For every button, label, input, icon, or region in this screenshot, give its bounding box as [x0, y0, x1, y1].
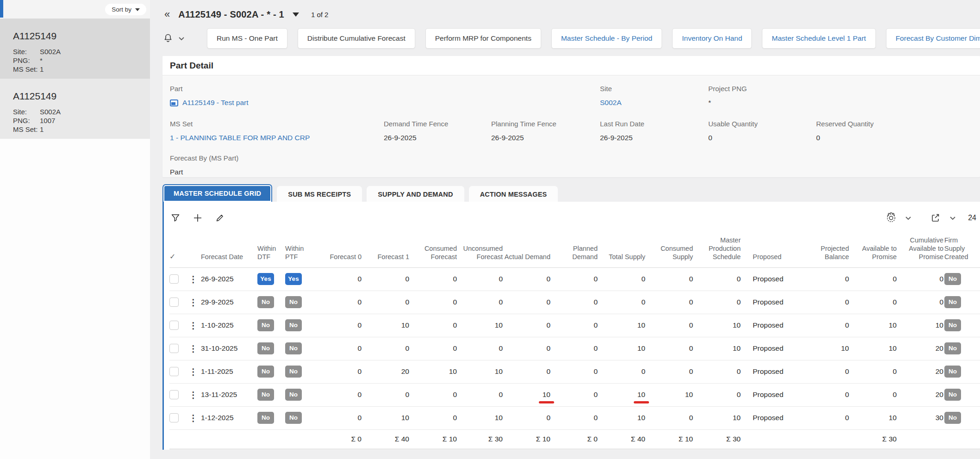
- row-kebab-menu-icon[interactable]: ⋮: [189, 390, 198, 400]
- row-checkbox[interactable]: [169, 321, 179, 330]
- export-icon[interactable]: [930, 212, 941, 223]
- column-header-uf[interactable]: Unconsumed Forecast: [458, 234, 504, 267]
- cell-firm: No: [944, 337, 980, 360]
- field-last-run-date: Last Run Date 26-9-2025: [600, 120, 644, 142]
- cell-ad: 0: [504, 337, 551, 360]
- column-header-pb[interactable]: Projected Balance: [802, 234, 850, 267]
- run-ms-one-part-button[interactable]: Run MS - One Part: [207, 28, 287, 49]
- cell-f0: 0: [318, 406, 362, 429]
- row-kebab-menu-icon[interactable]: ⋮: [189, 344, 198, 354]
- row-checkbox[interactable]: [169, 367, 179, 376]
- grid-row-1-12-2025: ⋮1-12-2025NoNo0100100010010Proposed01030…: [169, 406, 980, 429]
- column-header-f0[interactable]: Forecast 0: [318, 234, 362, 267]
- sidebar-result-item-1[interactable]: A1125149 Site:S002A PNG:* MS Set:1: [0, 19, 150, 79]
- ptf-badge: Yes: [285, 273, 302, 285]
- sidebar-result-item-2[interactable]: A1125149 Site:S002A PNG:1007 MS Set:1: [0, 79, 150, 139]
- sort-by-dropdown[interactable]: Sort by: [105, 4, 146, 15]
- cell-mps: 10: [694, 337, 742, 360]
- row-checkbox[interactable]: [169, 274, 179, 284]
- row-kebab-menu-icon[interactable]: ⋮: [189, 321, 198, 330]
- alert-underlined-value: 10: [637, 391, 645, 399]
- tab-action-messages[interactable]: ACTION MESSAGES: [469, 186, 558, 203]
- row-checkbox[interactable]: [169, 413, 179, 422]
- total-dtf: [257, 429, 285, 449]
- field-label: Planning Time Fence: [491, 120, 556, 128]
- row-kebab-menu-icon[interactable]: ⋮: [189, 274, 198, 284]
- column-header-cum[interactable]: Cumulative Available to Promise: [898, 234, 944, 267]
- settings-gear-icon[interactable]: [886, 212, 897, 223]
- master-schedule-by-period-button[interactable]: Master Schedule - By Period: [551, 28, 662, 49]
- column-header-mps[interactable]: Master Production Schedule: [694, 234, 742, 267]
- row-checkbox[interactable]: [169, 344, 179, 353]
- cell-cs: 0: [646, 267, 694, 291]
- site-link[interactable]: S002A: [600, 99, 622, 107]
- column-header-pd[interactable]: Planned Demand: [551, 234, 599, 267]
- filter-icon[interactable]: [170, 213, 181, 223]
- field-label: Reserved Quantity: [816, 120, 874, 128]
- record-dropdown-caret-icon[interactable]: [293, 12, 299, 17]
- column-header-cf[interactable]: Consumed Forecast: [410, 234, 458, 267]
- alerts-bell-icon[interactable]: [162, 33, 174, 44]
- column-header-date[interactable]: Forecast Date: [201, 234, 257, 267]
- field-label: Site:: [13, 47, 40, 56]
- column-header-dtf[interactable]: Within DTF: [257, 234, 285, 267]
- column-header-proposed[interactable]: Proposed: [742, 234, 802, 267]
- column-header-f1[interactable]: Forecast 1: [362, 234, 410, 267]
- row-kebab-menu-icon[interactable]: ⋮: [189, 298, 198, 307]
- cell-cf: 0: [410, 267, 458, 291]
- column-header-ptf[interactable]: Within PTF: [285, 234, 318, 267]
- perform-mrp-for-components-button[interactable]: Perform MRP for Components: [425, 28, 541, 49]
- grid-row-count: 24: [968, 214, 976, 222]
- collapse-panel-icon[interactable]: «: [162, 9, 172, 19]
- part-link[interactable]: A1125149 - Test part: [170, 99, 248, 107]
- column-header-cs[interactable]: Consumed Supply: [646, 234, 694, 267]
- inventory-on-hand-button[interactable]: Inventory On Hand: [672, 28, 752, 49]
- column-header-firm[interactable]: Firm Supply Created: [944, 234, 980, 267]
- field-part: Part A1125149 - Test part: [170, 85, 248, 107]
- tab-master-schedule-grid[interactable]: MASTER SCHEDULE GRID: [162, 184, 272, 203]
- tab-supply-and-demand[interactable]: SUPPLY AND DEMAND: [367, 186, 464, 203]
- ptf-badge: No: [285, 366, 302, 378]
- cell-f1: 20: [362, 360, 410, 383]
- edit-icon[interactable]: [215, 213, 225, 223]
- total-ptf: [285, 429, 318, 449]
- field-value: S002A: [40, 107, 61, 116]
- cell-f0: 0: [318, 314, 362, 337]
- master-schedule-level-1-part-button[interactable]: Master Schedule Level 1 Part: [762, 28, 875, 49]
- column-header-atp[interactable]: Available to Promise: [850, 234, 898, 267]
- cell-ad: 0: [504, 406, 551, 429]
- add-row-icon[interactable]: [193, 213, 203, 223]
- cell-pb: 10: [802, 337, 850, 360]
- cell-dtf: No: [257, 337, 285, 360]
- nav-accent-strip: [0, 0, 3, 18]
- settings-chevron-down-icon[interactable]: [905, 216, 911, 220]
- ms-set-link-text: 1 - PLANNING TABLE FOR MRP AND CRP: [170, 134, 310, 142]
- dtf-badge: Yes: [257, 273, 274, 285]
- forecast-by-customer-dimension-button[interactable]: Forecast By Customer Dimension: [886, 28, 980, 49]
- select-all-check-icon[interactable]: ✓: [169, 253, 175, 261]
- field-label: MS Set:: [13, 125, 40, 134]
- field-site: Site S002A: [600, 85, 622, 107]
- alerts-chevron-down-icon[interactable]: [178, 37, 185, 41]
- firm-badge: No: [944, 342, 961, 354]
- dtf-badge: No: [257, 412, 274, 424]
- total-pb: [802, 429, 850, 449]
- row-kebab-menu-icon[interactable]: ⋮: [189, 413, 198, 423]
- field-label: MS Set: [170, 120, 310, 128]
- tab-sub-ms-receipts[interactable]: SUB MS RECEIPTS: [277, 186, 362, 203]
- row-checkbox[interactable]: [169, 298, 179, 307]
- column-header-ts[interactable]: Total Supply: [599, 234, 646, 267]
- ms-set-link[interactable]: 1 - PLANNING TABLE FOR MRP AND CRP: [170, 134, 310, 142]
- total-proposed: [742, 429, 802, 449]
- row-kebab-menu-icon[interactable]: ⋮: [189, 367, 198, 377]
- cell-mps: 0: [694, 267, 742, 291]
- cell-cs: 0: [646, 337, 694, 360]
- export-chevron-down-icon[interactable]: [949, 216, 956, 220]
- distribute-cumulative-forecast-button[interactable]: Distribute Cumulative Forecast: [298, 28, 415, 49]
- total-date: [201, 429, 257, 449]
- field-ms-set: MS Set 1 - PLANNING TABLE FOR MRP AND CR…: [170, 120, 310, 142]
- column-header-ad[interactable]: Actual Demand: [504, 234, 551, 267]
- cell-date: 1-12-2025: [201, 406, 257, 429]
- cell-ad: 10: [504, 383, 551, 406]
- row-checkbox[interactable]: [169, 390, 179, 399]
